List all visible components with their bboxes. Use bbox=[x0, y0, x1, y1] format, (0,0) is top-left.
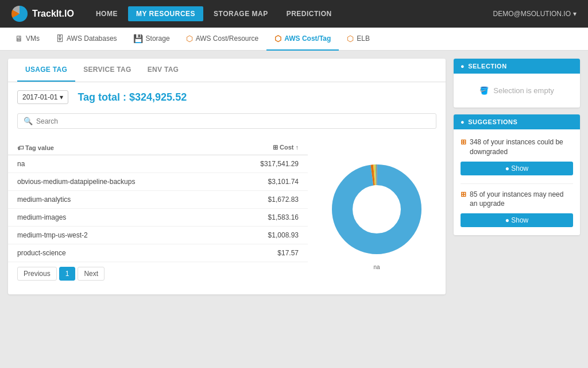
cost-header-icon: ⊞ bbox=[273, 144, 280, 151]
date-picker[interactable]: 2017-01-01 ▾ bbox=[17, 90, 68, 104]
row-cost: $3,101.74 bbox=[220, 173, 308, 191]
chart-area: na bbox=[308, 138, 446, 281]
tab-vms[interactable]: 🖥 VMs bbox=[7, 28, 48, 51]
pagination: Previous 1 Next bbox=[8, 262, 308, 281]
row-cost: $1,583.16 bbox=[220, 209, 308, 227]
show-upgrade-button[interactable]: ● Show bbox=[461, 213, 573, 227]
sub-tabs: USAGE TAG SERVICE TAG ENV TAG bbox=[8, 59, 446, 82]
row-cost: $1,008.93 bbox=[220, 227, 308, 244]
suggestion-downgrade: ⊞ 348 of your instances could be downgra… bbox=[461, 137, 573, 175]
col-header-cost[interactable]: ⊞ Cost bbox=[220, 140, 308, 155]
suggestions-header-icon: ● bbox=[461, 118, 465, 125]
tag-header: 2017-01-01 ▾ Tag total : $324,925.52 bbox=[8, 82, 446, 109]
selection-empty-text: Selection is empty bbox=[493, 86, 554, 95]
search-input[interactable] bbox=[36, 117, 430, 125]
elb-icon: ⬡ bbox=[347, 34, 354, 43]
nav-links: HOME MY RESOURCES STORAGE MAP PREDICTION bbox=[88, 6, 340, 21]
top-navigation: TrackIt.IO HOME MY RESOURCES STORAGE MAP… bbox=[0, 0, 588, 28]
tag-header-icon: 🏷 bbox=[17, 144, 25, 151]
tab-elb[interactable]: ⬡ ELB bbox=[339, 28, 378, 51]
tab-aws-databases-label: AWS Databases bbox=[67, 34, 117, 43]
resource-type-tabs: 🖥 VMs 🗄 AWS Databases 💾 Storage ⬡ AWS Co… bbox=[0, 28, 588, 51]
cost-tag-icon: ⬡ bbox=[274, 34, 281, 43]
suggestions-header-label: SUGGESTIONS bbox=[468, 118, 517, 125]
tab-elb-label: ELB bbox=[357, 34, 370, 43]
vms-icon: 🖥 bbox=[15, 34, 23, 43]
sub-tab-service-tag[interactable]: SERVICE TAG bbox=[75, 59, 140, 82]
main-layout: USAGE TAG SERVICE TAG ENV TAG 2017-01-01… bbox=[0, 51, 588, 302]
row-cost: $317,541.29 bbox=[220, 155, 308, 173]
row-tag: medium-analytics bbox=[8, 191, 220, 209]
user-menu[interactable]: DEMO@MSOLUTION.IO ▾ bbox=[493, 10, 577, 18]
search-box: 🔍 bbox=[17, 113, 436, 129]
nav-home[interactable]: HOME bbox=[88, 6, 126, 21]
suggestion-upgrade-text: ⊞ 85 of your instances may need an upgra… bbox=[461, 190, 573, 209]
table-row[interactable]: medium-images $1,583.16 bbox=[8, 209, 308, 227]
search-icon: 🔍 bbox=[24, 117, 33, 125]
content-area: 🏷 Tag value ⊞ Cost na $317,541.29 o bbox=[8, 133, 446, 285]
row-cost: $1,672.83 bbox=[220, 191, 308, 209]
table-area: 🏷 Tag value ⊞ Cost na $317,541.29 o bbox=[8, 138, 308, 281]
row-tag: na bbox=[8, 155, 220, 173]
selection-body: 🪣 Selection is empty bbox=[454, 74, 580, 108]
tab-storage-label: Storage bbox=[146, 34, 170, 43]
selection-empty: 🪣 Selection is empty bbox=[461, 82, 573, 99]
suggestions-card: ● SUGGESTIONS ⊞ 348 of your instances co… bbox=[454, 114, 580, 235]
logo: TrackIt.IO bbox=[11, 6, 74, 22]
prev-button[interactable]: Previous bbox=[17, 267, 57, 281]
tab-aws-databases[interactable]: 🗄 AWS Databases bbox=[48, 28, 125, 51]
nav-left: TrackIt.IO HOME MY RESOURCES STORAGE MAP… bbox=[11, 6, 340, 22]
sub-tab-usage-tag[interactable]: USAGE TAG bbox=[17, 59, 75, 82]
suggestion-divider bbox=[461, 183, 573, 184]
logo-text: TrackIt.IO bbox=[32, 9, 74, 19]
nav-prediction[interactable]: PREDICTION bbox=[278, 6, 340, 21]
tab-aws-cost-tag-label: AWS Cost/Tag bbox=[284, 34, 331, 43]
tab-storage[interactable]: 💾 Storage bbox=[125, 28, 178, 51]
table-row[interactable]: na $317,541.29 bbox=[8, 155, 308, 173]
row-tag: obvious-medium-datapipeline-backups bbox=[8, 173, 220, 191]
suggestion-upgrade: ⊞ 85 of your instances may need an upgra… bbox=[461, 190, 573, 228]
tab-aws-cost-resource-label: AWS Cost/Resource bbox=[196, 34, 259, 43]
suggestions-body: ⊞ 348 of your instances could be downgra… bbox=[454, 129, 580, 235]
date-value: 2017-01-01 bbox=[22, 93, 57, 101]
tab-vms-label: VMs bbox=[26, 34, 40, 43]
table-row[interactable]: medium-tmp-us-west-2 $1,008.93 bbox=[8, 227, 308, 244]
cost-resource-icon: ⬡ bbox=[186, 34, 193, 43]
tag-total: Tag total : $324,925.52 bbox=[78, 91, 187, 103]
nav-my-resources[interactable]: MY RESOURCES bbox=[128, 6, 203, 21]
db-icon: 🗄 bbox=[56, 34, 64, 43]
suggestions-header: ● SUGGESTIONS bbox=[454, 114, 580, 129]
row-tag: medium-images bbox=[8, 209, 220, 227]
downgrade-icon: ⊞ bbox=[461, 137, 466, 147]
selection-header-label: SELECTION bbox=[468, 63, 506, 70]
donut-chart: na bbox=[325, 158, 428, 261]
tab-aws-cost-resource[interactable]: ⬡ AWS Cost/Resource bbox=[178, 28, 267, 51]
donut-label: na bbox=[373, 264, 380, 270]
date-arrow-icon: ▾ bbox=[60, 93, 63, 101]
selection-header-icon: ● bbox=[461, 63, 465, 70]
user-menu-arrow: ▾ bbox=[573, 10, 577, 18]
logo-icon bbox=[11, 6, 28, 22]
selection-card: ● SELECTION 🪣 Selection is empty bbox=[454, 59, 580, 108]
upgrade-icon: ⊞ bbox=[461, 190, 466, 200]
next-button[interactable]: Next bbox=[78, 267, 105, 281]
storage-icon: 💾 bbox=[133, 34, 143, 43]
sub-tab-env-tag[interactable]: ENV TAG bbox=[140, 59, 187, 82]
donut-svg bbox=[325, 158, 428, 261]
left-panel: USAGE TAG SERVICE TAG ENV TAG 2017-01-01… bbox=[8, 59, 446, 294]
table-row[interactable]: product-science $17.57 bbox=[8, 244, 308, 262]
row-tag: medium-tmp-us-west-2 bbox=[8, 227, 220, 244]
right-panel: ● SELECTION 🪣 Selection is empty ● SUGGE… bbox=[454, 59, 580, 294]
page-1-button[interactable]: 1 bbox=[59, 267, 76, 281]
suggestion-downgrade-text: ⊞ 348 of your instances could be downgra… bbox=[461, 137, 573, 157]
user-email: DEMO@MSOLUTION.IO bbox=[493, 10, 571, 18]
nav-storage-map[interactable]: STORAGE MAP bbox=[206, 6, 276, 21]
cost-table: 🏷 Tag value ⊞ Cost na $317,541.29 o bbox=[8, 140, 308, 262]
row-cost: $17.57 bbox=[220, 244, 308, 262]
table-row[interactable]: obvious-medium-datapipeline-backups $3,1… bbox=[8, 173, 308, 191]
selection-header: ● SELECTION bbox=[454, 59, 580, 74]
table-row[interactable]: medium-analytics $1,672.83 bbox=[8, 191, 308, 209]
show-downgrade-button[interactable]: ● Show bbox=[461, 162, 573, 175]
tab-aws-cost-tag[interactable]: ⬡ AWS Cost/Tag bbox=[266, 28, 339, 51]
row-tag: product-science bbox=[8, 244, 220, 262]
